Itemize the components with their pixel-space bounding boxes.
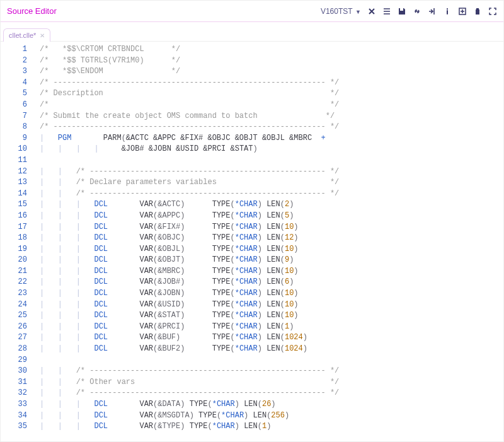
line-number: 10 [1,144,27,155]
code-line[interactable]: | | | DCL VAR(&TYPE) TYPE(*CHAR) LEN(1) [40,421,503,433]
indent-icon[interactable] [428,7,437,16]
toolbar [367,7,497,16]
code-line[interactable]: | | | DCL VAR(&JOB#) TYPE(*CHAR) LEN(6) [40,277,503,288]
line-number: 21 [1,266,27,277]
code-line[interactable]: | | | DCL VAR(&MBRC) TYPE(*CHAR) LEN(10) [40,266,503,277]
info-icon[interactable] [443,7,452,16]
line-number: 28 [1,344,27,355]
code-line[interactable]: | | /* ---------------------------------… [40,388,503,399]
code-line[interactable]: | | | DCL VAR(&PRCI) TYPE(*CHAR) LEN(1) [40,322,503,333]
code-line[interactable]: | | | DCL VAR(&STAT) TYPE(*CHAR) LEN(10) [40,310,503,322]
code-line[interactable]: /* *$$\CRTOM CRTBNDCL */ [40,44,503,55]
code-line[interactable]: | | /* ---------------------------------… [40,189,503,200]
trash-icon[interactable] [473,7,482,16]
code-line[interactable]: | | /* Declare parameters variables */ [40,177,503,189]
code-line[interactable]: | | | DCL VAR(&BUF2) TYPE(*CHAR) LEN(102… [40,344,503,355]
line-number-gutter: 1234567891011121314151617181920212223242… [1,42,36,442]
line-number: 16 [1,211,27,222]
line-number: 2 [1,55,27,67]
line-number: 22 [1,277,27,288]
tab-bar: cllet.clle* ✕ [1,22,503,41]
line-number: 27 [1,332,27,344]
code-line[interactable]: | | | | &JOB# &JOBN &USID &PRCI &STAT) [40,144,503,155]
line-number: 35 [1,421,27,433]
line-number: 17 [1,222,27,233]
line-number: 8 [1,122,27,133]
line-number: 6 [1,100,27,111]
server-label: V160TST [321,7,353,16]
save-icon[interactable] [398,7,406,16]
code-line[interactable]: | | | DCL VAR(&BUF) TYPE(*CHAR) LEN(1024… [40,332,503,344]
code-line[interactable]: | | | DCL VAR(&JOBN) TYPE(*CHAR) LEN(10) [40,288,503,300]
code-line[interactable]: | | | DCL VAR(&USID) TYPE(*CHAR) LEN(10) [40,300,503,311]
header-right: V160TST ▼ [321,7,497,16]
code-line[interactable]: | | | DCL VAR(&ACTC) TYPE(*CHAR) LEN(2) [40,199,503,211]
line-number: 34 [1,410,27,422]
link-icon[interactable] [413,7,421,16]
line-number: 5 [1,88,27,100]
line-number: 7 [1,111,27,122]
code-line[interactable] [40,355,503,366]
code-line[interactable]: | | | DCL VAR(&OBJL) TYPE(*CHAR) LEN(10) [40,244,503,255]
line-number: 20 [1,255,27,266]
editor-area: 1234567891011121314151617181920212223242… [1,41,503,442]
line-number: 3 [1,66,27,78]
line-number: 33 [1,399,27,410]
chevron-down-icon: ▼ [354,9,361,15]
code-line[interactable]: /* */ [40,100,503,111]
tab-close-icon[interactable]: ✕ [40,32,45,39]
code-line[interactable]: /* Description */ [40,88,503,100]
page-title: Source Editor [7,6,57,16]
expand-icon[interactable] [488,7,497,16]
code-line[interactable]: | | | DCL VAR(&FIX#) TYPE(*CHAR) LEN(10) [40,222,503,233]
code-line[interactable]: | | | DCL VAR(&OBJC) TYPE(*CHAR) LEN(12) [40,233,503,244]
line-number: 26 [1,322,27,333]
code-line[interactable]: /* Submit the create object OMS command … [40,111,503,122]
line-number: 18 [1,233,27,244]
line-number: 4 [1,78,27,89]
line-number: 29 [1,355,27,366]
line-number: 23 [1,288,27,300]
code-line[interactable]: | PGM PARM(&ACTC &APPC &FIX# &OBJC &OBJT… [40,133,503,144]
code-line[interactable]: | | /* ---------------------------------… [40,166,503,178]
plus-box-icon[interactable] [458,7,467,16]
tab-cllet[interactable]: cllet.clle* ✕ [3,28,50,42]
line-number: 32 [1,388,27,399]
line-number: 30 [1,366,27,377]
server-dropdown[interactable]: V160TST ▼ [321,7,361,16]
code-line[interactable]: | | | DCL VAR(&DATA) TYPE(*CHAR) LEN(26) [40,399,503,410]
line-number: 15 [1,199,27,211]
line-number: 9 [1,133,27,144]
header: Source Editor V160TST ▼ [1,1,503,22]
code-line[interactable]: /* *$$\ENDOM */ [40,66,503,78]
line-number: 14 [1,189,27,200]
code-line[interactable]: | | /* ---------------------------------… [40,366,503,377]
line-number: 13 [1,177,27,189]
code-content[interactable]: /* *$$\CRTOM CRTBNDCL *//* *$$ TGTRLS(V7… [36,42,503,442]
code-line[interactable]: | | /* Other vars */ [40,377,503,388]
code-line[interactable]: /* *$$ TGTRLS(V7R1M0) */ [40,55,503,67]
line-number: 1 [1,44,27,55]
line-number: 19 [1,244,27,255]
code-line[interactable] [40,155,503,166]
close-icon[interactable] [367,7,376,16]
line-number: 12 [1,166,27,178]
menu-icon[interactable] [382,7,391,16]
line-number: 11 [1,155,27,166]
line-number: 24 [1,300,27,311]
code-line[interactable]: | | | DCL VAR(&MSGDTA) TYPE(*CHAR) LEN(2… [40,410,503,422]
line-number: 31 [1,377,27,388]
code-line[interactable]: | | | DCL VAR(&APPC) TYPE(*CHAR) LEN(5) [40,211,503,222]
line-number: 25 [1,310,27,322]
tab-label: cllet.clle* [9,32,36,39]
code-line[interactable]: | | | DCL VAR(&OBJT) TYPE(*CHAR) LEN(9) [40,255,503,266]
code-line[interactable]: /* -------------------------------------… [40,78,503,89]
code-line[interactable]: /* -------------------------------------… [40,122,503,133]
